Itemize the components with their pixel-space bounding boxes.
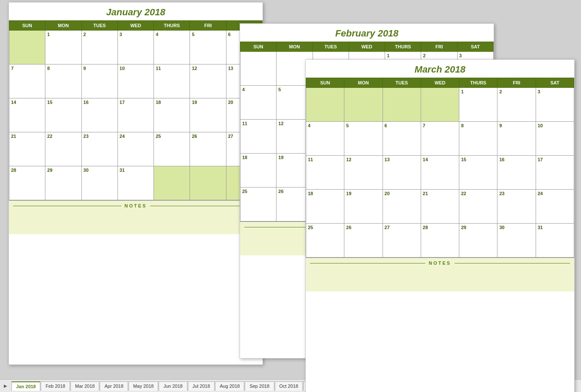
mar-header-sat: SAT [536, 78, 574, 88]
table-row: 26 [344, 224, 383, 258]
table-row: 23 [81, 132, 117, 166]
table-row: 22 [459, 190, 497, 224]
table-row [240, 52, 277, 86]
table-row: 18 [154, 98, 190, 132]
table-row: 8 [459, 122, 497, 156]
table-row: 20 [383, 190, 421, 224]
table-row: 16 [497, 156, 536, 190]
tab-oct-2018[interactable]: Oct 2018 [275, 381, 303, 391]
mar-title: March 2018 [306, 60, 574, 78]
tab-jun-2018[interactable]: Jun 2018 [159, 381, 187, 391]
table-row [154, 166, 190, 200]
jan-header-wed: WED [117, 21, 154, 31]
table-row: 12 [190, 64, 226, 98]
table-row: 1 [459, 88, 497, 122]
table-row: 21 [9, 132, 45, 166]
tab-jul-2018[interactable]: Jul 2018 [188, 381, 215, 391]
table-row: 28 [421, 224, 459, 258]
mar-header-wed: WED [421, 78, 459, 88]
tab-may-2018[interactable]: May 2018 [128, 381, 158, 391]
jan-grid: SUN MON TUES WED THURS FRI SAT 1 2 3 4 5… [9, 20, 263, 200]
tab-feb-2018[interactable]: Feb 2018 [41, 381, 70, 391]
mar-header-mon: MON [344, 78, 383, 88]
table-row: 5 [344, 122, 383, 156]
table-row: 4 [240, 86, 277, 120]
tab-aug-2018[interactable]: Aug 2018 [215, 381, 244, 391]
mar-header-thu: THURS [459, 78, 497, 88]
table-row: 27 [383, 224, 421, 258]
table-row: 17 [117, 98, 154, 132]
feb-header-wed: WED [349, 42, 385, 52]
tab-apr-2018[interactable]: Apr 2018 [100, 381, 128, 391]
mar-grid: SUN MON TUES WED THURS FRI SAT 1 2 3 4 [306, 78, 574, 258]
tab-sep-2018[interactable]: Sep 2018 [245, 381, 274, 391]
table-row: 7 [421, 122, 459, 156]
table-row: 24 [117, 132, 154, 166]
table-row: 19 [190, 98, 226, 132]
table-row: 11 [306, 156, 344, 190]
table-row [9, 31, 45, 64]
table-row [421, 88, 459, 122]
table-row: 28 [9, 166, 45, 200]
tab-mar-2018[interactable]: Mar 2018 [70, 381, 99, 391]
mar-header-fri: FRI [497, 78, 536, 88]
jan-title: January 2018 [9, 3, 263, 20]
table-row: 14 [9, 98, 45, 132]
table-row: 23 [497, 190, 536, 224]
table-row: 15 [459, 156, 497, 190]
table-row: 19 [344, 190, 383, 224]
table-row: 10 [117, 64, 154, 98]
tab-jan-2018[interactable]: Jan 2018 [11, 381, 40, 391]
table-row: 11 [240, 120, 277, 154]
table-row: 12 [344, 156, 383, 190]
table-row: 10 [536, 122, 574, 156]
table-row: 21 [421, 190, 459, 224]
table-row: 8 [45, 64, 81, 98]
table-row: 18 [240, 154, 277, 188]
table-row: 22 [45, 132, 81, 166]
table-row: 4 [154, 31, 190, 64]
table-row: 25 [306, 224, 344, 258]
jan-header-sun: SUN [9, 21, 45, 31]
feb-title: February 2018 [240, 24, 494, 42]
tab-scroll-left-arrow[interactable]: ▶ [2, 381, 9, 391]
jan-header-mon: MON [45, 21, 81, 31]
table-row: 5 [190, 31, 226, 64]
table-row: 3 [536, 88, 574, 122]
feb-header-tue: TUES [313, 42, 349, 52]
table-row: 17 [536, 156, 574, 190]
table-row: 30 [81, 166, 117, 200]
feb-header-sat: SAT [457, 42, 493, 52]
table-row: 4 [306, 122, 344, 156]
mar-header-tue: TUES [383, 78, 421, 88]
feb-header-sun: SUN [240, 42, 277, 52]
march-calendar: March 2018 SUN MON TUES WED THURS FRI SA… [305, 59, 575, 392]
table-row: 26 [190, 132, 226, 166]
jan-notes: NOTES [9, 200, 263, 234]
table-row: 9 [81, 64, 117, 98]
table-row: 2 [497, 88, 536, 122]
table-row: 13 [383, 156, 421, 190]
jan-header-thu: THURS [154, 21, 190, 31]
table-row: 11 [154, 64, 190, 98]
table-row: 18 [306, 190, 344, 224]
table-row: 3 [117, 31, 154, 64]
table-row [344, 88, 383, 122]
table-row: 7 [9, 64, 45, 98]
table-row: 30 [497, 224, 536, 258]
table-row: 25 [154, 132, 190, 166]
january-calendar: January 2018 SUN MON TUES WED THURS FRI … [8, 2, 263, 365]
mar-header-sun: SUN [306, 78, 344, 88]
table-row: 31 [117, 166, 154, 200]
table-row: 9 [497, 122, 536, 156]
table-row [383, 88, 421, 122]
table-row: 31 [536, 224, 574, 258]
mar-notes-label: NOTES [310, 260, 570, 266]
jan-notes-label: NOTES [13, 203, 258, 208]
table-row: 6 [383, 122, 421, 156]
table-row: 1 [45, 31, 81, 64]
table-row [306, 88, 344, 122]
table-row: 24 [536, 190, 574, 224]
table-row [190, 166, 226, 200]
jan-header-tue: TUES [81, 21, 117, 31]
